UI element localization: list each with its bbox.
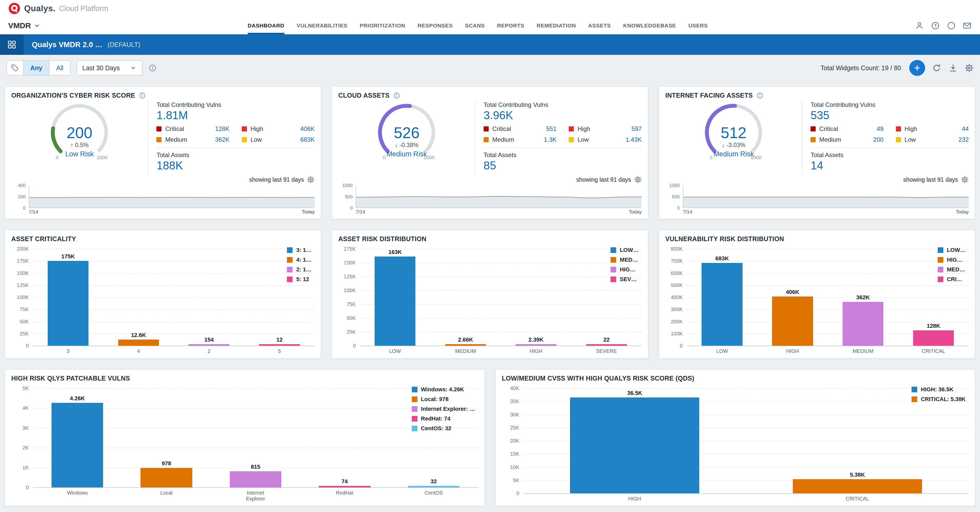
nav-item-prioritization[interactable]: PRIORITIZATION [360,17,405,34]
legend-item[interactable]: HIGH: 36.5K [912,386,966,393]
legend-item[interactable]: HIG… [938,257,966,263]
severity-count-link[interactable]: 128K [215,125,229,133]
settings-button[interactable] [965,63,974,73]
widget-low-medium-cvss-with-high-qualys-risk-score-qds: LOW/MEDIUM CVSS WITH HIGH QUALYS RISK SC… [495,369,975,506]
mail-icon[interactable] [963,21,972,30]
bar-internet-explorer[interactable] [230,471,281,487]
severity-count-link[interactable]: 1.43K [626,136,642,143]
bar-centos[interactable] [408,486,460,487]
widget-settings-icon[interactable] [307,176,315,184]
top-header: Qualys. Cloud Platform [0,0,980,17]
legend-item[interactable]: LOW… [611,247,638,254]
severity-count-link[interactable]: 362K [215,136,229,143]
dashboard-title[interactable]: Qualys VMDR 2.0 … [32,41,103,49]
bar-high[interactable] [772,296,813,346]
widget-title[interactable]: ORGANIZATION'S CYBER RISK SCORE [11,92,135,99]
legend-item[interactable]: RedHat: 74 [412,415,475,422]
legend-item[interactable]: Local: 978 [412,396,475,403]
severity-count-link[interactable]: 49 [877,125,884,133]
bar-3[interactable] [48,261,89,346]
legend-item[interactable]: LOW… [938,247,966,254]
nav-item-responses[interactable]: RESPONSES [417,17,453,34]
app-switcher[interactable]: VMDR [8,17,40,34]
bar-medium[interactable] [445,344,486,346]
bar-redhat[interactable] [319,486,370,487]
vulns-value[interactable]: 1.81M [156,109,315,122]
time-range-select[interactable]: Last 30 Days [77,60,142,76]
bar-2[interactable] [188,344,229,346]
widget-title[interactable]: ASSET RISK DISTRIBUTION [338,235,426,243]
add-widget-button[interactable] [909,60,925,76]
legend-item[interactable]: HIG… [611,266,638,273]
bar-5[interactable] [259,344,300,346]
info-icon[interactable] [756,92,764,99]
bar-high[interactable] [515,344,557,346]
tag-match-any-button[interactable]: Any [23,61,49,75]
bar-high[interactable] [570,398,699,493]
dashboard-grid-icon[interactable] [0,34,24,55]
bar-4[interactable] [118,339,159,346]
nav-item-dashboard[interactable]: DASHBOARD [248,17,284,34]
widget-settings-icon[interactable] [634,176,642,184]
info-icon[interactable] [393,92,400,99]
legend-item[interactable]: CentOS: 32 [412,425,475,432]
widget-title[interactable]: VULNERABILITY RISK DISTRIBUTION [665,235,784,243]
legend-item[interactable]: 5: 12 [287,276,312,283]
tag-match-all-button[interactable]: All [49,61,70,75]
nav-item-knowledgebase[interactable]: KNOWLEDGEBASE [623,17,676,34]
assets-value[interactable]: 85 [484,159,642,172]
nav-item-remediation[interactable]: REMEDIATION [537,17,576,34]
help-icon[interactable]: ? [931,21,940,30]
bar-critical[interactable] [913,330,954,346]
widget-title[interactable]: INTERNET FACING ASSETS [665,92,753,99]
widget-settings-icon[interactable] [961,176,969,184]
info-icon[interactable] [139,92,146,99]
vulns-value[interactable]: 535 [810,109,969,122]
nav-item-scans[interactable]: SCANS [465,17,485,34]
widget-title[interactable]: HIGH RISK QLYS PATCHABLE VULNS [11,375,130,382]
severity-count-link[interactable]: 406K [300,125,315,133]
severity-count-link[interactable]: 200 [873,136,884,143]
assets-value[interactable]: 14 [810,159,969,172]
nav-item-assets[interactable]: ASSETS [588,17,611,34]
legend-item[interactable]: CRI… [938,276,966,283]
user-icon[interactable] [915,21,924,30]
bar-severe[interactable] [586,344,627,346]
vulns-value[interactable]: 3.96K [484,109,642,122]
widget-title[interactable]: ASSET CRITICALITY [11,235,76,243]
nav-item-users[interactable]: USERS [689,17,708,34]
widget-title[interactable]: CLOUD ASSETS [338,92,390,99]
legend-item[interactable]: MED… [611,257,638,263]
bar-low[interactable] [375,257,415,346]
gauge-delta: ↓ -3.03% [722,142,745,148]
info-icon[interactable] [148,64,157,72]
legend-item[interactable]: SEV… [611,276,638,283]
status-circle-icon[interactable] [947,21,956,30]
legend-item[interactable]: Windows: 4.26K [412,386,475,393]
spark-x-axis: 7/14Today [29,208,315,215]
bar-windows[interactable] [51,403,103,487]
bar-critical[interactable] [793,479,922,493]
legend-item[interactable]: 4: 1… [287,257,312,263]
legend-item[interactable]: 3: 1… [287,247,312,254]
severity-count-link[interactable]: 1.3K [544,136,557,143]
widget-title[interactable]: LOW/MEDIUM CVSS WITH HIGH QUALYS RISK SC… [502,375,694,382]
severity-count-link[interactable]: 232 [958,136,969,143]
severity-count-link[interactable]: 551 [546,125,557,133]
legend-item[interactable]: MED… [938,266,966,273]
download-button[interactable] [948,63,958,73]
nav-item-reports[interactable]: REPORTS [497,17,524,34]
refresh-button[interactable] [932,63,942,73]
bar-medium[interactable] [843,302,883,346]
bar-local[interactable] [140,468,192,487]
severity-count-link[interactable]: 44 [962,125,969,133]
assets-value[interactable]: 188K [156,159,315,172]
legend-item[interactable]: CRITICAL: 5.38K [912,396,966,403]
gridline [33,487,478,488]
severity-count-link[interactable]: 683K [300,136,315,143]
legend-item[interactable]: 2: 1… [287,266,312,273]
bar-low[interactable] [702,263,742,346]
severity-count-link[interactable]: 597 [632,125,642,133]
legend-item[interactable]: Internet Explorer: … [412,406,475,412]
nav-item-vulnerabilities[interactable]: VULNERABILITIES [297,17,347,34]
